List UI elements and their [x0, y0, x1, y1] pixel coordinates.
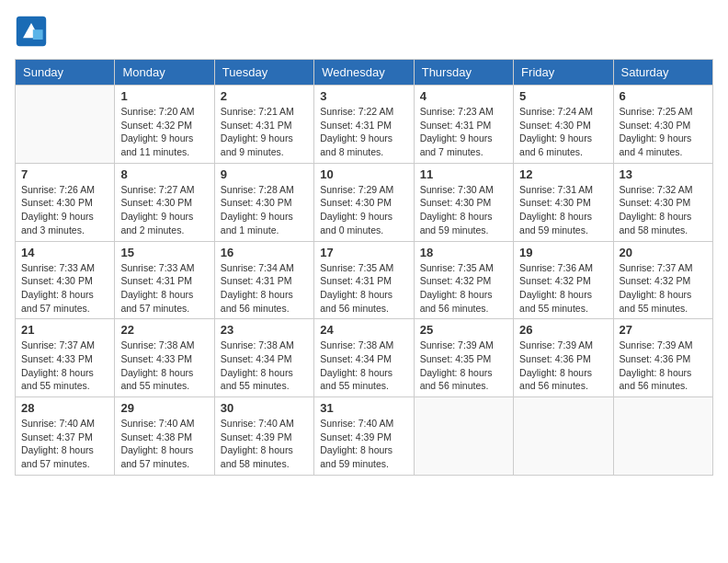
- svg-rect-2: [33, 29, 43, 40]
- day-info: Sunrise: 7:31 AMSunset: 4:30 PMDaylight:…: [519, 183, 607, 237]
- day-cell: 10Sunrise: 7:29 AMSunset: 4:30 PMDayligh…: [314, 163, 414, 241]
- day-cell: [16, 86, 115, 164]
- day-info: Sunrise: 7:28 AMSunset: 4:30 PMDaylight:…: [221, 183, 308, 237]
- day-number: 24: [320, 323, 407, 337]
- day-cell: 17Sunrise: 7:35 AMSunset: 4:31 PMDayligh…: [314, 241, 414, 319]
- day-info: Sunrise: 7:22 AMSunset: 4:31 PMDaylight:…: [320, 105, 407, 159]
- day-cell: 16Sunrise: 7:34 AMSunset: 4:31 PMDayligh…: [214, 241, 313, 319]
- day-info: Sunrise: 7:33 AMSunset: 4:31 PMDaylight:…: [120, 261, 208, 316]
- calendar-table: SundayMondayTuesdayWednesdayThursdayFrid…: [15, 59, 713, 476]
- day-cell: [414, 397, 513, 476]
- day-info: Sunrise: 7:30 AMSunset: 4:30 PMDaylight:…: [420, 183, 507, 237]
- day-cell: 6Sunrise: 7:25 AMSunset: 4:30 PMDaylight…: [613, 86, 712, 164]
- day-cell: 25Sunrise: 7:39 AMSunset: 4:35 PMDayligh…: [414, 319, 513, 397]
- day-info: Sunrise: 7:35 AMSunset: 4:31 PMDaylight:…: [320, 261, 407, 316]
- day-number: 10: [320, 167, 407, 181]
- header-saturday: Saturday: [613, 60, 712, 86]
- day-number: 8: [120, 167, 208, 181]
- day-info: Sunrise: 7:20 AMSunset: 4:32 PMDaylight:…: [120, 105, 208, 159]
- day-number: 28: [21, 401, 108, 415]
- day-number: 21: [21, 323, 108, 337]
- day-info: Sunrise: 7:38 AMSunset: 4:34 PMDaylight:…: [320, 339, 407, 393]
- day-number: 6: [620, 89, 707, 103]
- week-row-4: 28Sunrise: 7:40 AMSunset: 4:37 PMDayligh…: [16, 397, 713, 476]
- day-cell: 31Sunrise: 7:40 AMSunset: 4:39 PMDayligh…: [314, 397, 414, 476]
- day-info: Sunrise: 7:32 AMSunset: 4:30 PMDaylight:…: [620, 183, 707, 237]
- header-friday: Friday: [514, 60, 613, 86]
- header-monday: Monday: [115, 60, 214, 86]
- day-info: Sunrise: 7:40 AMSunset: 4:38 PMDaylight:…: [120, 417, 208, 471]
- day-number: 7: [21, 167, 108, 181]
- day-cell: [514, 397, 613, 476]
- day-info: Sunrise: 7:23 AMSunset: 4:31 PMDaylight:…: [420, 105, 507, 159]
- day-number: 13: [620, 167, 707, 181]
- day-cell: 9Sunrise: 7:28 AMSunset: 4:30 PMDaylight…: [214, 163, 313, 241]
- day-info: Sunrise: 7:37 AMSunset: 4:32 PMDaylight:…: [620, 261, 707, 316]
- day-info: Sunrise: 7:35 AMSunset: 4:32 PMDaylight:…: [420, 261, 507, 316]
- day-number: 14: [21, 246, 108, 259]
- day-info: Sunrise: 7:39 AMSunset: 4:36 PMDaylight:…: [519, 339, 607, 393]
- day-info: Sunrise: 7:26 AMSunset: 4:30 PMDaylight:…: [21, 183, 108, 237]
- week-row-2: 14Sunrise: 7:33 AMSunset: 4:30 PMDayligh…: [16, 241, 713, 319]
- day-number: 23: [221, 323, 308, 337]
- logo: [15, 15, 51, 48]
- day-number: 12: [519, 167, 607, 181]
- day-number: 26: [519, 323, 607, 337]
- day-info: Sunrise: 7:38 AMSunset: 4:34 PMDaylight:…: [221, 339, 308, 393]
- day-number: 3: [320, 89, 407, 103]
- day-number: 27: [620, 323, 707, 337]
- day-number: 15: [120, 246, 208, 259]
- week-row-1: 7Sunrise: 7:26 AMSunset: 4:30 PMDaylight…: [16, 163, 713, 241]
- day-info: Sunrise: 7:39 AMSunset: 4:35 PMDaylight:…: [420, 339, 507, 393]
- day-cell: 4Sunrise: 7:23 AMSunset: 4:31 PMDaylight…: [414, 86, 513, 164]
- day-cell: 24Sunrise: 7:38 AMSunset: 4:34 PMDayligh…: [314, 319, 414, 397]
- day-number: 31: [320, 401, 407, 415]
- day-info: Sunrise: 7:27 AMSunset: 4:30 PMDaylight:…: [120, 183, 208, 237]
- day-info: Sunrise: 7:25 AMSunset: 4:30 PMDaylight:…: [620, 105, 707, 159]
- day-cell: 5Sunrise: 7:24 AMSunset: 4:30 PMDaylight…: [514, 86, 613, 164]
- logo-icon: [15, 15, 48, 48]
- day-info: Sunrise: 7:37 AMSunset: 4:33 PMDaylight:…: [21, 339, 108, 393]
- day-number: 30: [221, 401, 308, 415]
- day-number: 29: [120, 401, 208, 415]
- day-number: 19: [519, 246, 607, 259]
- day-number: 17: [320, 246, 407, 259]
- day-number: 9: [221, 167, 308, 181]
- day-info: Sunrise: 7:40 AMSunset: 4:39 PMDaylight:…: [320, 417, 407, 471]
- day-info: Sunrise: 7:40 AMSunset: 4:37 PMDaylight:…: [21, 417, 108, 471]
- day-info: Sunrise: 7:34 AMSunset: 4:31 PMDaylight:…: [221, 261, 308, 316]
- day-number: 4: [420, 89, 507, 103]
- header-thursday: Thursday: [414, 60, 513, 86]
- header-wednesday: Wednesday: [314, 60, 414, 86]
- day-cell: 15Sunrise: 7:33 AMSunset: 4:31 PMDayligh…: [115, 241, 214, 319]
- day-info: Sunrise: 7:39 AMSunset: 4:36 PMDaylight:…: [620, 339, 707, 393]
- header: [15, 15, 713, 48]
- day-cell: 21Sunrise: 7:37 AMSunset: 4:33 PMDayligh…: [16, 319, 115, 397]
- day-cell: 14Sunrise: 7:33 AMSunset: 4:30 PMDayligh…: [16, 241, 115, 319]
- day-cell: 29Sunrise: 7:40 AMSunset: 4:38 PMDayligh…: [115, 397, 214, 476]
- day-number: 5: [519, 89, 607, 103]
- day-cell: 3Sunrise: 7:22 AMSunset: 4:31 PMDaylight…: [314, 86, 414, 164]
- day-info: Sunrise: 7:24 AMSunset: 4:30 PMDaylight:…: [519, 105, 607, 159]
- day-cell: 8Sunrise: 7:27 AMSunset: 4:30 PMDaylight…: [115, 163, 214, 241]
- day-cell: 18Sunrise: 7:35 AMSunset: 4:32 PMDayligh…: [414, 241, 513, 319]
- day-number: 2: [221, 89, 308, 103]
- day-number: 11: [420, 167, 507, 181]
- day-number: 25: [420, 323, 507, 337]
- day-number: 20: [620, 246, 707, 259]
- day-number: 18: [420, 246, 507, 259]
- day-info: Sunrise: 7:36 AMSunset: 4:32 PMDaylight:…: [519, 261, 607, 316]
- day-cell: 30Sunrise: 7:40 AMSunset: 4:39 PMDayligh…: [214, 397, 313, 476]
- day-cell: 7Sunrise: 7:26 AMSunset: 4:30 PMDaylight…: [16, 163, 115, 241]
- day-info: Sunrise: 7:29 AMSunset: 4:30 PMDaylight:…: [320, 183, 407, 237]
- day-cell: [613, 397, 712, 476]
- week-row-3: 21Sunrise: 7:37 AMSunset: 4:33 PMDayligh…: [16, 319, 713, 397]
- day-cell: 23Sunrise: 7:38 AMSunset: 4:34 PMDayligh…: [214, 319, 313, 397]
- day-cell: 2Sunrise: 7:21 AMSunset: 4:31 PMDaylight…: [214, 86, 313, 164]
- day-cell: 19Sunrise: 7:36 AMSunset: 4:32 PMDayligh…: [514, 241, 613, 319]
- day-number: 22: [120, 323, 208, 337]
- week-row-0: 1Sunrise: 7:20 AMSunset: 4:32 PMDaylight…: [16, 86, 713, 164]
- day-cell: 20Sunrise: 7:37 AMSunset: 4:32 PMDayligh…: [613, 241, 712, 319]
- day-cell: 28Sunrise: 7:40 AMSunset: 4:37 PMDayligh…: [16, 397, 115, 476]
- header-tuesday: Tuesday: [214, 60, 313, 86]
